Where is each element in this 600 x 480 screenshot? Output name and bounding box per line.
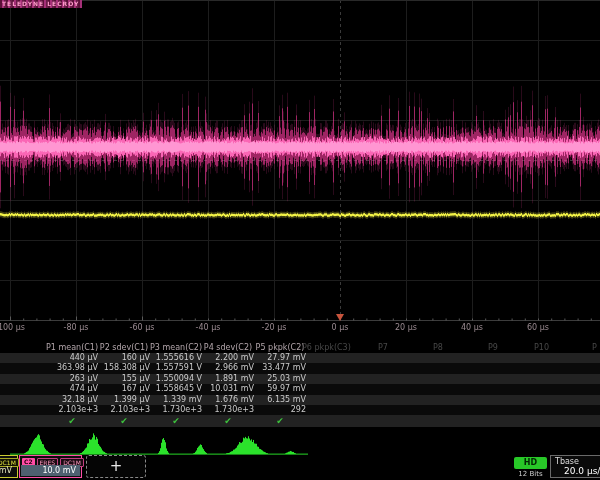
- measurement-cell: 1.730e+3: [196, 405, 254, 415]
- hd-badge-label: HD: [524, 458, 537, 467]
- measurement-cell: 27.97 mV: [248, 353, 306, 363]
- measurement-cell: 2.200 mV: [196, 353, 254, 363]
- measurement-status-row: ✔✔✔✔✔: [0, 415, 600, 427]
- channel-descriptor-c2[interactable]: C2 ERES DC1M 10.0 mV: [19, 455, 82, 478]
- measurement-cell: 1.891 mV: [196, 374, 254, 384]
- measurement-cell: 155 µV: [92, 374, 150, 384]
- measurement-header[interactable]: P1 mean(C1): [46, 342, 98, 353]
- measurement-cell: 6.135 mV: [248, 395, 306, 405]
- time-axis-label: -100 µs: [0, 323, 25, 332]
- measurement-header[interactable]: P3 mean(C2): [150, 342, 202, 353]
- measurement-header-inactive[interactable]: P10: [534, 342, 549, 353]
- time-axis-label: 40 µs: [461, 323, 483, 332]
- hd-bits-label: 12 Bits: [510, 470, 551, 478]
- measurement-cell: 292: [248, 405, 306, 415]
- measurement-cell: 1.557591 V: [144, 363, 202, 373]
- measurement-cell: 2.103e+3: [40, 405, 98, 415]
- status-checkmark: ✔: [254, 415, 306, 427]
- measurement-header-inactive[interactable]: P9: [488, 342, 498, 353]
- measurement-cell: 2.966 mV: [196, 363, 254, 373]
- measurement-row: 474 µV167 µV1.558645 V10.031 mV59.97 mV: [0, 384, 600, 394]
- time-axis-label: -60 µs: [130, 323, 155, 332]
- timebase-descriptor[interactable]: Tbase 20.0 µs/div: [550, 455, 600, 478]
- time-axis-label: 0 µs: [332, 323, 349, 332]
- measurement-cell: 10.031 mV: [196, 384, 254, 394]
- measurement-cell: 1.550094 V: [144, 374, 202, 384]
- top-left-trace-label: TELEDYNE LECROY: [0, 0, 82, 8]
- time-axis-label: -40 µs: [196, 323, 221, 332]
- timebase-label: Tbase: [555, 457, 579, 466]
- measurement-cell: 33.477 mV: [248, 363, 306, 373]
- measurement-cell: 1.558645 V: [144, 384, 202, 394]
- measurement-cell: 1.339 mV: [144, 395, 202, 405]
- measurement-cell: 440 µV: [40, 353, 98, 363]
- measurement-cell: 363.98 µV: [40, 363, 98, 373]
- c2-scale-value: 10.0 mV: [21, 465, 80, 476]
- time-axis-label: -80 µs: [64, 323, 89, 332]
- status-checkmark: ✔: [202, 415, 254, 427]
- timebase-value: 20.0 µs/div: [564, 466, 600, 476]
- measurement-cell: 160 µV: [92, 353, 150, 363]
- time-axis-label: -20 µs: [262, 323, 287, 332]
- measurement-row: 2.103e+32.103e+31.730e+31.730e+3292: [0, 405, 600, 415]
- measurement-cell: 32.18 µV: [40, 395, 98, 405]
- time-axis-labels: -100 µs-80 µs-60 µs-40 µs-20 µs0 µs20 µs…: [0, 323, 600, 335]
- measurement-cell: 1.730e+3: [144, 405, 202, 415]
- measurement-cell: 59.97 mV: [248, 384, 306, 394]
- measurement-table: P1 mean(C1)P2 sdev(C1)P3 mean(C2)P4 sdev…: [0, 342, 600, 430]
- measurement-header-inactive[interactable]: P7: [378, 342, 388, 353]
- measurement-cell: 474 µV: [40, 384, 98, 394]
- measurement-header[interactable]: P2 sdev(C1): [98, 342, 150, 353]
- time-axis-label: 20 µs: [395, 323, 417, 332]
- hd-mode-badge[interactable]: HD: [514, 457, 547, 469]
- status-checkmark: ✔: [150, 415, 202, 427]
- oscilloscope-screen: TELEDYNE LECROY -100 µs-80 µs-60 µs-40 µ…: [0, 0, 600, 480]
- measurement-cell: 1.676 mV: [196, 395, 254, 405]
- measurement-header[interactable]: P4 sdev(C2): [202, 342, 254, 353]
- plus-icon: +: [110, 457, 123, 475]
- measurement-row: 32.18 µV1.399 µV1.339 mV1.676 mV6.135 mV: [0, 395, 600, 405]
- time-axis-label: 60 µs: [527, 323, 549, 332]
- measurement-cell: 1.555616 V: [144, 353, 202, 363]
- status-checkmark: ✔: [98, 415, 150, 427]
- measurement-cell: 167 µV: [92, 384, 150, 394]
- add-trace-button[interactable]: +: [86, 455, 146, 478]
- measurement-cell: 25.03 mV: [248, 374, 306, 384]
- measurement-header-inactive[interactable]: P6 pkpk(C3): [302, 342, 351, 353]
- measurement-cell: 263 µV: [40, 374, 98, 384]
- measurement-row: 263 µV155 µV1.550094 V1.891 mV25.03 mV: [0, 374, 600, 384]
- c1-scale-value: 10.0 mV: [0, 465, 16, 476]
- measurement-cell: 158.308 µV: [92, 363, 150, 373]
- status-checkmark: ✔: [46, 415, 98, 427]
- measurement-header[interactable]: P5 pkpk(C2): [254, 342, 306, 353]
- measurement-row: 363.98 µV158.308 µV1.557591 V2.966 mV33.…: [0, 363, 600, 373]
- measurement-header-inactive[interactable]: P8: [433, 342, 443, 353]
- trigger-position-marker[interactable]: [336, 314, 344, 321]
- measurement-cell: 2.103e+3: [92, 405, 150, 415]
- measurement-header-inactive[interactable]: P: [592, 342, 597, 353]
- channel-descriptor-c1[interactable]: DC1M 10.0 mV: [0, 455, 18, 478]
- measurement-cell: 1.399 µV: [92, 395, 150, 405]
- measurement-row: 440 µV160 µV1.555616 V2.200 mV27.97 mV: [0, 353, 600, 363]
